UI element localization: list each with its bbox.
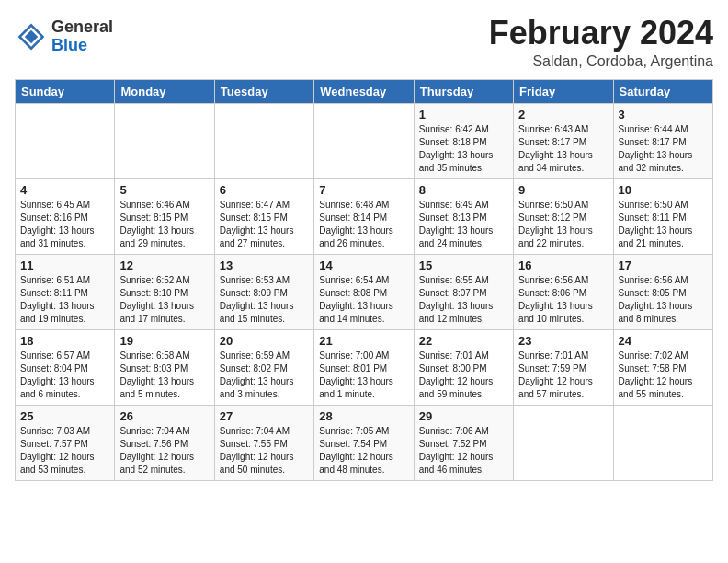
day-info: Sunrise: 7:00 AM Sunset: 8:01 PM Dayligh… bbox=[319, 350, 408, 401]
calendar-cell: 28Sunrise: 7:05 AM Sunset: 7:54 PM Dayli… bbox=[314, 405, 414, 480]
day-number: 15 bbox=[419, 259, 508, 272]
calendar-cell bbox=[16, 103, 115, 178]
day-of-week-header: Tuesday bbox=[214, 79, 313, 103]
day-info: Sunrise: 6:45 AM Sunset: 8:16 PM Dayligh… bbox=[20, 199, 109, 250]
calendar-cell: 10Sunrise: 6:50 AM Sunset: 8:11 PM Dayli… bbox=[613, 178, 712, 254]
day-info: Sunrise: 6:58 AM Sunset: 8:03 PM Dayligh… bbox=[119, 350, 209, 401]
calendar-cell: 15Sunrise: 6:55 AM Sunset: 8:07 PM Dayli… bbox=[414, 254, 513, 329]
day-number: 14 bbox=[319, 259, 408, 272]
day-info: Sunrise: 6:49 AM Sunset: 8:13 PM Dayligh… bbox=[419, 199, 508, 250]
day-info: Sunrise: 6:59 AM Sunset: 8:02 PM Dayligh… bbox=[220, 350, 309, 401]
day-number: 10 bbox=[619, 183, 708, 197]
day-info: Sunrise: 6:57 AM Sunset: 8:04 PM Dayligh… bbox=[20, 350, 109, 401]
day-number: 19 bbox=[119, 334, 209, 348]
location-title: Saldan, Cordoba, Argentina bbox=[489, 53, 713, 70]
calendar-cell: 23Sunrise: 7:01 AM Sunset: 7:59 PM Dayli… bbox=[514, 329, 613, 405]
day-number: 17 bbox=[619, 259, 708, 272]
calendar-cell bbox=[514, 405, 613, 480]
day-number: 23 bbox=[518, 334, 608, 348]
calendar-cell: 8Sunrise: 6:49 AM Sunset: 8:13 PM Daylig… bbox=[414, 178, 513, 254]
day-info: Sunrise: 7:06 AM Sunset: 7:52 PM Dayligh… bbox=[419, 425, 508, 477]
day-info: Sunrise: 6:55 AM Sunset: 8:07 PM Dayligh… bbox=[419, 274, 508, 326]
day-info: Sunrise: 6:53 AM Sunset: 8:09 PM Dayligh… bbox=[220, 274, 309, 326]
calendar-cell: 5Sunrise: 6:46 AM Sunset: 8:15 PM Daylig… bbox=[115, 178, 214, 254]
day-number: 27 bbox=[220, 409, 309, 423]
day-info: Sunrise: 6:43 AM Sunset: 8:17 PM Dayligh… bbox=[518, 123, 608, 175]
day-info: Sunrise: 7:04 AM Sunset: 7:56 PM Dayligh… bbox=[119, 425, 209, 477]
calendar-cell: 11Sunrise: 6:51 AM Sunset: 8:11 PM Dayli… bbox=[16, 254, 115, 329]
logo-general: General bbox=[51, 17, 113, 36]
day-number: 1 bbox=[419, 108, 508, 121]
calendar-table: SundayMondayTuesdayWednesdayThursdayFrid… bbox=[15, 79, 713, 481]
logo-text: General Blue bbox=[51, 18, 113, 55]
calendar-week-row: 18Sunrise: 6:57 AM Sunset: 8:04 PM Dayli… bbox=[16, 329, 713, 405]
calendar-week-row: 4Sunrise: 6:45 AM Sunset: 8:16 PM Daylig… bbox=[16, 178, 713, 254]
day-info: Sunrise: 6:48 AM Sunset: 8:14 PM Dayligh… bbox=[319, 199, 408, 250]
day-number: 2 bbox=[518, 108, 608, 121]
logo: General Blue bbox=[15, 18, 113, 55]
day-info: Sunrise: 7:05 AM Sunset: 7:54 PM Dayligh… bbox=[319, 425, 408, 477]
day-info: Sunrise: 6:50 AM Sunset: 8:12 PM Dayligh… bbox=[518, 199, 608, 250]
day-info: Sunrise: 6:56 AM Sunset: 8:06 PM Dayligh… bbox=[518, 274, 608, 326]
calendar-header-row: SundayMondayTuesdayWednesdayThursdayFrid… bbox=[16, 79, 713, 103]
day-number: 5 bbox=[119, 183, 209, 197]
day-of-week-header: Monday bbox=[115, 79, 214, 103]
day-number: 24 bbox=[619, 334, 708, 348]
calendar-cell: 22Sunrise: 7:01 AM Sunset: 8:00 PM Dayli… bbox=[414, 329, 513, 405]
calendar-cell: 13Sunrise: 6:53 AM Sunset: 8:09 PM Dayli… bbox=[214, 254, 313, 329]
day-info: Sunrise: 6:51 AM Sunset: 8:11 PM Dayligh… bbox=[20, 274, 109, 326]
calendar-cell: 26Sunrise: 7:04 AM Sunset: 7:56 PM Dayli… bbox=[115, 405, 214, 480]
day-number: 18 bbox=[20, 334, 109, 348]
calendar-cell: 24Sunrise: 7:02 AM Sunset: 7:58 PM Dayli… bbox=[613, 329, 712, 405]
day-info: Sunrise: 6:50 AM Sunset: 8:11 PM Dayligh… bbox=[619, 199, 708, 250]
day-number: 25 bbox=[20, 409, 109, 423]
calendar-cell: 12Sunrise: 6:52 AM Sunset: 8:10 PM Dayli… bbox=[115, 254, 214, 329]
calendar-cell: 29Sunrise: 7:06 AM Sunset: 7:52 PM Dayli… bbox=[414, 405, 513, 480]
day-number: 21 bbox=[319, 334, 408, 348]
calendar-cell: 27Sunrise: 7:04 AM Sunset: 7:55 PM Dayli… bbox=[214, 405, 313, 480]
day-number: 4 bbox=[20, 183, 109, 197]
calendar-cell: 20Sunrise: 6:59 AM Sunset: 8:02 PM Dayli… bbox=[214, 329, 313, 405]
day-number: 7 bbox=[319, 183, 408, 197]
day-number: 9 bbox=[518, 183, 608, 197]
day-info: Sunrise: 7:04 AM Sunset: 7:55 PM Dayligh… bbox=[220, 425, 309, 477]
day-info: Sunrise: 6:54 AM Sunset: 8:08 PM Dayligh… bbox=[319, 274, 408, 326]
calendar-cell: 17Sunrise: 6:56 AM Sunset: 8:05 PM Dayli… bbox=[613, 254, 712, 329]
calendar-cell bbox=[214, 103, 313, 178]
day-number: 16 bbox=[518, 259, 608, 272]
day-number: 11 bbox=[20, 259, 109, 272]
day-info: Sunrise: 6:46 AM Sunset: 8:15 PM Dayligh… bbox=[119, 199, 209, 250]
calendar-cell: 2Sunrise: 6:43 AM Sunset: 8:17 PM Daylig… bbox=[514, 103, 613, 178]
day-of-week-header: Friday bbox=[514, 79, 613, 103]
calendar-cell: 18Sunrise: 6:57 AM Sunset: 8:04 PM Dayli… bbox=[16, 329, 115, 405]
day-number: 13 bbox=[220, 259, 309, 272]
day-info: Sunrise: 6:56 AM Sunset: 8:05 PM Dayligh… bbox=[619, 274, 708, 326]
calendar-cell: 19Sunrise: 6:58 AM Sunset: 8:03 PM Dayli… bbox=[115, 329, 214, 405]
calendar-cell: 14Sunrise: 6:54 AM Sunset: 8:08 PM Dayli… bbox=[314, 254, 414, 329]
day-number: 6 bbox=[220, 183, 309, 197]
calendar-cell bbox=[613, 405, 712, 480]
calendar-cell: 21Sunrise: 7:00 AM Sunset: 8:01 PM Dayli… bbox=[314, 329, 414, 405]
calendar-cell: 16Sunrise: 6:56 AM Sunset: 8:06 PM Dayli… bbox=[514, 254, 613, 329]
calendar-cell: 9Sunrise: 6:50 AM Sunset: 8:12 PM Daylig… bbox=[514, 178, 613, 254]
day-of-week-header: Wednesday bbox=[314, 79, 414, 103]
calendar-week-row: 1Sunrise: 6:42 AM Sunset: 8:18 PM Daylig… bbox=[16, 103, 713, 178]
calendar-cell: 4Sunrise: 6:45 AM Sunset: 8:16 PM Daylig… bbox=[16, 178, 115, 254]
calendar-cell: 3Sunrise: 6:44 AM Sunset: 8:17 PM Daylig… bbox=[613, 103, 712, 178]
day-info: Sunrise: 7:01 AM Sunset: 8:00 PM Dayligh… bbox=[419, 350, 508, 401]
day-info: Sunrise: 6:44 AM Sunset: 8:17 PM Dayligh… bbox=[619, 123, 708, 175]
day-info: Sunrise: 6:47 AM Sunset: 8:15 PM Dayligh… bbox=[220, 199, 309, 250]
day-info: Sunrise: 6:42 AM Sunset: 8:18 PM Dayligh… bbox=[419, 123, 508, 175]
calendar-cell bbox=[115, 103, 214, 178]
day-info: Sunrise: 7:03 AM Sunset: 7:57 PM Dayligh… bbox=[20, 425, 109, 477]
calendar-cell: 1Sunrise: 6:42 AM Sunset: 8:18 PM Daylig… bbox=[414, 103, 513, 178]
title-section: February 2024 Saldan, Cordoba, Argentina bbox=[489, 15, 713, 70]
day-number: 20 bbox=[220, 334, 309, 348]
day-number: 3 bbox=[619, 108, 708, 121]
day-number: 28 bbox=[319, 409, 408, 423]
day-number: 26 bbox=[119, 409, 209, 423]
day-number: 22 bbox=[419, 334, 508, 348]
calendar-cell bbox=[314, 103, 414, 178]
calendar-cell: 25Sunrise: 7:03 AM Sunset: 7:57 PM Dayli… bbox=[16, 405, 115, 480]
month-title: February 2024 bbox=[489, 15, 713, 52]
